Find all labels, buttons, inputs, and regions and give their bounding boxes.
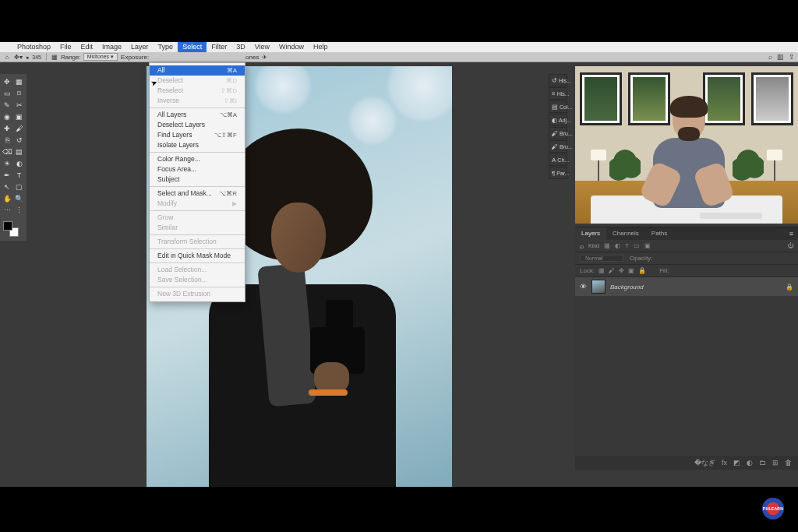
menu-item-all[interactable]: All⌘A — [150, 65, 245, 76]
menu-help[interactable]: Help — [309, 42, 333, 52]
eyedropper-tool[interactable]: ◉ — [2, 111, 12, 122]
lasso-tool[interactable]: ⌑ — [14, 88, 25, 99]
hand-tool[interactable]: ✋ — [2, 193, 12, 204]
brush-tool[interactable]: 🖌 — [14, 123, 25, 134]
tab-channels[interactable]: Channels — [606, 227, 645, 240]
brush-size-value[interactable]: 345 — [32, 55, 41, 60]
menu-item-deselect-layers[interactable]: Deselect Layers — [150, 120, 245, 130]
layer-mask-icon[interactable]: ◩ — [733, 459, 740, 467]
menu-item-focus-area[interactable]: Focus Area... — [150, 164, 245, 174]
menu-3d[interactable]: 3D — [231, 42, 250, 52]
collapsed-panel-5[interactable]: 🖌Bru... — [549, 140, 567, 153]
panel-menu-icon[interactable]: ≡ — [785, 230, 798, 238]
menu-photoshop[interactable]: Photoshop — [12, 42, 55, 52]
collapsed-panel-3[interactable]: ◐Adj... — [549, 114, 567, 126]
menu-edit[interactable]: Edit — [76, 42, 98, 52]
lock-all-icon[interactable]: 🔒 — [638, 267, 646, 274]
lock-transparent-icon[interactable]: ▦ — [598, 267, 605, 274]
rectangle-tool[interactable]: ▢ — [14, 181, 25, 192]
healing-tool[interactable]: ✚ — [2, 123, 12, 134]
filter-pixel-icon[interactable]: ▦ — [604, 242, 610, 249]
adjustment-layer-icon[interactable]: ◐ — [747, 459, 753, 467]
history-brush-tool[interactable]: ↺ — [14, 135, 25, 146]
lock-label: Lock: — [580, 267, 595, 274]
filter-shape-icon[interactable]: ▭ — [634, 242, 640, 249]
layer-thumbnail[interactable] — [591, 280, 606, 294]
menu-filter[interactable]: Filter — [207, 42, 231, 52]
collapsed-panel-7[interactable]: ¶Par... — [549, 167, 567, 179]
menu-select[interactable]: Select — [178, 42, 207, 52]
filter-type-icon[interactable]: T — [625, 242, 629, 249]
menu-window[interactable]: Window — [274, 42, 309, 52]
brush-preset-icon[interactable]: ● — [26, 55, 29, 60]
menu-item-reselect: Reselect⇧⌘D — [150, 86, 245, 96]
color-swatches[interactable] — [2, 220, 25, 238]
layer-row-background[interactable]: 👁 Background 🔒 — [575, 277, 798, 296]
lock-artboard-icon[interactable]: ▣ — [628, 267, 634, 274]
crop-tool[interactable]: ✂ — [14, 100, 25, 111]
layer-style-icon[interactable]: fx — [722, 459, 727, 467]
clone-tool[interactable]: ⎘ — [2, 135, 12, 146]
link-layers-icon[interactable]: �なぎ — [694, 458, 715, 468]
path-select-tool[interactable]: ↖ — [2, 181, 12, 192]
tab-paths[interactable]: Paths — [645, 227, 673, 240]
collapsed-panel-1[interactable]: ≡His... — [549, 87, 567, 100]
marquee-tool[interactable]: ▭ — [2, 88, 12, 99]
lock-position-icon[interactable]: ✥ — [619, 267, 624, 274]
menu-item-isolate-layers[interactable]: Isolate Layers — [150, 140, 245, 150]
visibility-icon[interactable]: 👁 — [580, 283, 587, 291]
blend-mode-select[interactable]: Normal — [580, 255, 623, 262]
move-tool[interactable]: ✥ — [2, 76, 12, 87]
workspace-icon[interactable]: ▥ — [777, 53, 784, 61]
collapsed-panel-2[interactable]: ▤Col... — [549, 100, 567, 113]
collapsed-panel-0[interactable]: ↺His... — [549, 74, 567, 86]
search-icon[interactable]: ⌕ — [768, 53, 772, 61]
more-tool[interactable]: ⋮ — [14, 205, 25, 216]
group-icon[interactable]: 🗀 — [759, 459, 766, 467]
menu-item-all-layers[interactable]: All Layers⌥⌘A — [150, 110, 245, 120]
edit-toolbar[interactable]: ⋯ — [2, 205, 12, 216]
lock-icon[interactable]: 🔒 — [786, 284, 793, 291]
dodge-tool[interactable]: ☀ — [2, 158, 12, 169]
menu-item-find-layers[interactable]: Find Layers⌥⇧⌘F — [150, 130, 245, 140]
range-select[interactable]: Midtones ▾ — [83, 53, 118, 61]
filter-adjust-icon[interactable]: ◐ — [615, 242, 620, 249]
collapsed-panel-4[interactable]: 🖌Bru... — [549, 127, 567, 139]
home-icon[interactable]: ⌂ — [3, 54, 11, 61]
layer-search-icon[interactable]: ⌕ — [580, 242, 584, 250]
menu-layer[interactable]: Layer — [126, 42, 154, 52]
airbrush-icon[interactable]: ✈ — [262, 54, 267, 61]
menu-item-select-and-mask[interactable]: Select and Mask...⌥⌘R — [150, 188, 245, 199]
menu-image[interactable]: Image — [97, 42, 126, 52]
brush-settings-icon[interactable]: ▦ — [51, 54, 58, 61]
delete-layer-icon[interactable]: 🗑 — [785, 459, 792, 467]
share-icon[interactable]: ⇪ — [789, 53, 795, 61]
menu-item-modify: Modify▶ — [150, 199, 245, 209]
filter-smart-icon[interactable]: ▣ — [644, 242, 651, 249]
menu-item-grow: Grow — [150, 213, 245, 223]
menu-type[interactable]: Type — [154, 42, 178, 52]
blur-tool[interactable]: ◐ — [14, 158, 25, 169]
frame-tool[interactable]: ▣ — [14, 111, 25, 122]
menu-item-edit-in-quick-mask-mode[interactable]: Edit in Quick Mask Mode — [150, 251, 245, 261]
menu-file[interactable]: File — [55, 42, 76, 52]
menu-item-deselect: Deselect⌘D — [150, 76, 245, 86]
filter-kind[interactable]: Kind — [588, 243, 599, 248]
gradient-tool[interactable]: ▤ — [14, 146, 25, 157]
menu-view[interactable]: View — [250, 42, 274, 52]
type-tool[interactable]: T — [14, 170, 25, 181]
lock-image-icon[interactable]: 🖌 — [609, 267, 615, 274]
menu-item-color-range[interactable]: Color Range... — [150, 154, 245, 164]
artboard-tool[interactable]: ▦ — [14, 76, 25, 87]
current-tool-icon[interactable]: ✥▾ — [14, 54, 23, 61]
layer-name[interactable]: Background — [610, 284, 644, 291]
menu-item-subject[interactable]: Subject — [150, 174, 245, 185]
collapsed-panel-6[interactable]: ACh... — [549, 153, 567, 166]
tab-layers[interactable]: Layers — [575, 227, 606, 240]
zoom-tool[interactable]: 🔍 — [14, 193, 25, 204]
pen-tool[interactable]: ✒ — [2, 170, 12, 181]
quick-select-tool[interactable]: ✎ — [2, 100, 12, 111]
new-layer-icon[interactable]: ⊞ — [772, 459, 779, 467]
filter-toggle-icon[interactable]: ⏻ — [787, 242, 793, 249]
eraser-tool[interactable]: ⌫ — [2, 146, 12, 157]
